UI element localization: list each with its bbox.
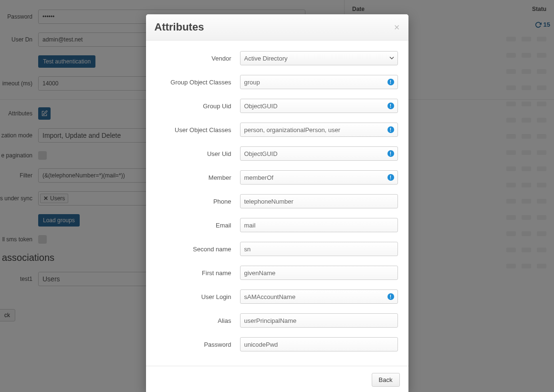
modal-header: Attributes ×: [146, 14, 408, 41]
password-attr-label: Password: [157, 341, 240, 348]
group-object-classes-label: Group Object Classes: [157, 79, 240, 86]
alias-label: Alias: [157, 317, 240, 324]
row-group-uid: Group Uid !: [157, 99, 398, 113]
row-member: Member !: [157, 170, 398, 185]
row-second-name: Second name: [157, 242, 398, 256]
row-user-object-classes: User Object Classes !: [157, 123, 398, 137]
info-icon[interactable]: !: [387, 103, 394, 109]
user-object-classes-label: User Object Classes: [157, 126, 240, 134]
row-email: Email: [157, 218, 398, 232]
row-password-attr: Password: [157, 337, 398, 351]
info-icon[interactable]: !: [387, 150, 394, 157]
member-label: Member: [157, 174, 240, 181]
row-group-object-classes: Group Object Classes !: [157, 75, 398, 89]
user-login-input[interactable]: [240, 289, 398, 304]
phone-label: Phone: [157, 198, 240, 205]
modal-footer: Back: [146, 366, 408, 392]
row-phone: Phone: [157, 194, 398, 208]
first-name-label: First name: [157, 269, 240, 277]
vendor-select[interactable]: Active Directory: [240, 51, 398, 65]
info-icon[interactable]: !: [387, 293, 394, 300]
attributes-modal: Attributes × Vendor Active Directory Gro…: [146, 14, 408, 392]
phone-input[interactable]: [240, 194, 398, 208]
password-attr-input[interactable]: [240, 337, 398, 351]
group-object-classes-input[interactable]: [240, 75, 398, 89]
info-icon[interactable]: !: [387, 126, 394, 133]
user-uid-label: User Uid: [157, 150, 240, 157]
user-login-label: User Login: [157, 293, 240, 300]
user-uid-input[interactable]: [240, 146, 398, 161]
user-object-classes-input[interactable]: [240, 123, 398, 137]
modal-overlay: Attributes × Vendor Active Directory Gro…: [0, 0, 554, 392]
modal-body: Vendor Active Directory Group Object Cla…: [146, 41, 408, 366]
group-uid-label: Group Uid: [157, 103, 240, 110]
close-icon[interactable]: ×: [394, 22, 400, 32]
row-user-uid: User Uid !: [157, 146, 398, 161]
group-uid-input[interactable]: [240, 99, 398, 113]
back-button[interactable]: Back: [372, 373, 400, 387]
member-input[interactable]: [240, 170, 398, 185]
first-name-input[interactable]: [240, 266, 398, 280]
info-icon[interactable]: !: [387, 79, 394, 85]
alias-input[interactable]: [240, 313, 398, 328]
second-name-input[interactable]: [240, 242, 398, 256]
second-name-label: Second name: [157, 246, 240, 253]
modal-title: Attributes: [155, 21, 204, 33]
info-icon[interactable]: !: [387, 174, 394, 181]
row-user-login: User Login !: [157, 289, 398, 304]
row-vendor: Vendor Active Directory: [157, 51, 398, 65]
row-first-name: First name: [157, 266, 398, 280]
row-alias: Alias: [157, 313, 398, 328]
vendor-label: Vendor: [157, 55, 240, 62]
email-input[interactable]: [240, 218, 398, 232]
email-label: Email: [157, 222, 240, 229]
